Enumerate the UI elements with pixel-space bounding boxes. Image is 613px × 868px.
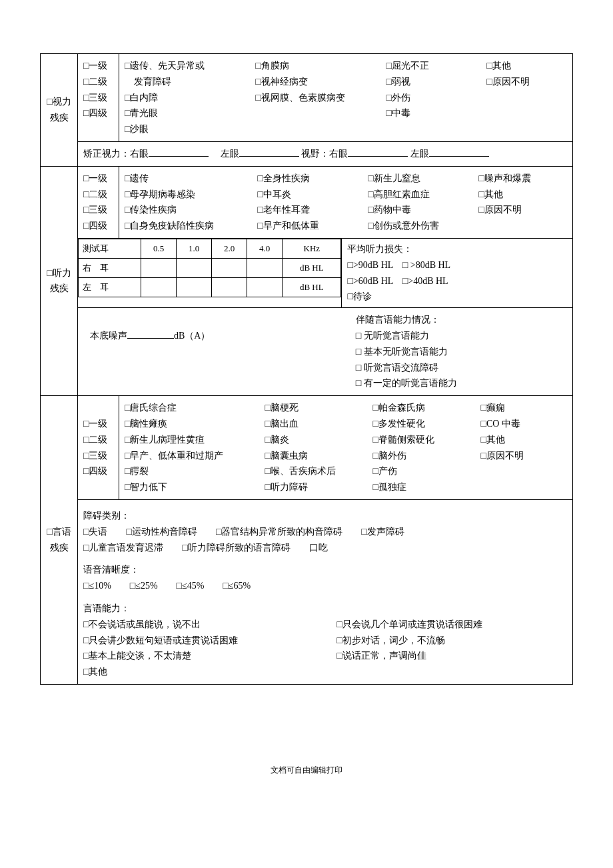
lang-opt[interactable]: □ 有一定的听觉言语能力 bbox=[356, 375, 567, 391]
vision-cause[interactable]: □弱视 bbox=[386, 74, 486, 90]
hearing-cause[interactable]: □药物中毒 bbox=[368, 202, 478, 218]
speech-cause[interactable]: □多发性硬化 bbox=[372, 416, 480, 432]
vision-cause[interactable]: □遗传、先天异常或 bbox=[125, 58, 255, 74]
l-05-input[interactable] bbox=[141, 278, 177, 297]
barrier-line1[interactable]: □失语 □运动性构音障碍 □器官结构异常所致的构音障碍 □发声障碍 bbox=[83, 524, 567, 540]
right-eye-field-input[interactable] bbox=[348, 147, 408, 157]
left-eye-label: 左眼 bbox=[221, 149, 239, 159]
hearing-cause[interactable]: □其他 bbox=[478, 187, 567, 203]
left-eye-field-input[interactable] bbox=[429, 147, 489, 157]
hearing-cause[interactable]: □创伤或意外伤害 bbox=[368, 218, 478, 234]
l-40-input[interactable] bbox=[247, 278, 283, 297]
avg-loss-opts-2[interactable]: □>60dB HL □>40dB HL bbox=[347, 273, 567, 289]
lang-ability-title: 伴随言语能力情况： bbox=[356, 312, 567, 328]
barrier-line2[interactable]: □儿童言语发育迟滞 □听力障碍所致的语言障碍 口吃 bbox=[83, 540, 567, 556]
speech-cause[interactable]: □新生儿病理性黄疸 bbox=[125, 432, 265, 448]
speech-cause[interactable]: □其他 bbox=[480, 432, 567, 448]
hearing-cause[interactable]: □早产和低体重 bbox=[257, 218, 368, 234]
hearing-cause[interactable]: □高胆红素血症 bbox=[368, 187, 478, 203]
speech-cause[interactable]: □原因不明 bbox=[480, 448, 567, 464]
vision-level-3[interactable]: □三级 bbox=[83, 90, 113, 106]
hearing-cause[interactable]: □原因不明 bbox=[478, 202, 567, 218]
speech-cause[interactable]: □脑囊虫病 bbox=[265, 448, 373, 464]
vision-cause[interactable]: □原因不明 bbox=[486, 74, 567, 90]
ability-opt[interactable]: □其他 bbox=[83, 664, 336, 680]
hearing-cause[interactable]: □传染性疾病 bbox=[125, 202, 257, 218]
vision-cause[interactable]: □视网膜、色素膜病变 bbox=[255, 90, 386, 106]
hearing-cause[interactable]: □噪声和爆震 bbox=[478, 171, 567, 187]
speech-cause[interactable]: □脑炎 bbox=[265, 432, 373, 448]
hearing-section-label: □听力 残疾 bbox=[41, 166, 78, 395]
speech-cause[interactable]: □脑外伤 bbox=[372, 448, 480, 464]
ability-opt[interactable]: □初步对话，词少，不流畅 bbox=[336, 633, 567, 649]
speech-cause[interactable]: □脑梗死 bbox=[265, 400, 373, 416]
vision-level-2[interactable]: □二级 bbox=[83, 74, 113, 90]
lang-opt[interactable]: □ 无听觉言语能力 bbox=[356, 328, 567, 344]
r-40-input[interactable] bbox=[247, 259, 283, 278]
speech-cause[interactable]: □听力障碍 bbox=[265, 479, 373, 495]
hearing-cause[interactable]: □老年性耳聋 bbox=[257, 202, 368, 218]
hearing-level-4[interactable]: □四级 bbox=[83, 218, 113, 234]
ability-opt[interactable]: □只会讲少数短句短语或连贯说话困难 bbox=[83, 633, 336, 649]
left-eye-acuity-input[interactable] bbox=[239, 147, 299, 157]
avg-loss-opts-1[interactable]: □>90dB HL □ >80dB HL bbox=[347, 257, 567, 273]
r-05-input[interactable] bbox=[141, 259, 177, 278]
vision-level-4[interactable]: □四级 bbox=[83, 105, 113, 121]
vision-cause[interactable]: □角膜病 bbox=[255, 58, 386, 74]
ability-opt[interactable]: □只会说几个单词或连贯说话很困难 bbox=[336, 617, 567, 633]
hearing-cause[interactable]: □新生儿窒息 bbox=[368, 171, 478, 187]
speech-cause[interactable]: □腭裂 bbox=[125, 463, 265, 479]
l-20-input[interactable] bbox=[212, 278, 247, 297]
speech-level-1[interactable]: □一级 bbox=[83, 416, 113, 432]
ability-opt[interactable]: □不会说话或虽能说，说不出 bbox=[83, 617, 336, 633]
speech-cause[interactable]: □帕金森氏病 bbox=[372, 400, 480, 416]
speech-level-3[interactable]: □三级 bbox=[83, 448, 113, 464]
ability-opt[interactable]: □基本上能交谈，不太清楚 bbox=[83, 648, 336, 664]
ability-title: 言语能力： bbox=[83, 601, 567, 617]
speech-cause[interactable]: □早产、低体重和过期产 bbox=[125, 448, 265, 464]
r-20-input[interactable] bbox=[212, 259, 247, 278]
vision-cause[interactable]: □青光眼 bbox=[125, 105, 255, 121]
vision-cause[interactable]: □屈光不正 bbox=[386, 58, 486, 74]
clarity-opts[interactable]: □≤10% □≤25% □≤45% □≤65% bbox=[83, 578, 567, 594]
page-footer: 文档可自由编辑打印 bbox=[40, 765, 573, 776]
speech-level-4[interactable]: □四级 bbox=[83, 463, 113, 479]
right-eye-acuity-input[interactable] bbox=[149, 147, 209, 157]
speech-cause[interactable]: □智力低下 bbox=[125, 479, 265, 495]
speech-cause[interactable]: □喉、舌疾病术后 bbox=[265, 463, 373, 479]
hearing-level-2[interactable]: □二级 bbox=[83, 187, 113, 203]
pending-diag[interactable]: □待诊 bbox=[347, 289, 567, 305]
avg-loss-title: 平均听力损失： bbox=[347, 241, 567, 257]
vision-cause[interactable]: □白内障 bbox=[125, 90, 255, 106]
hearing-level-1[interactable]: □一级 bbox=[83, 171, 113, 187]
vision-cause[interactable]: □视神经病变 bbox=[255, 74, 386, 90]
vision-cause[interactable]: □中毒 bbox=[386, 105, 486, 121]
vision-cause[interactable]: □其他 bbox=[486, 58, 567, 74]
noise-input[interactable] bbox=[127, 329, 174, 339]
vision-cause: 发育障碍 bbox=[125, 74, 255, 90]
hearing-level-3[interactable]: □三级 bbox=[83, 202, 113, 218]
speech-cause[interactable]: □CO 中毒 bbox=[480, 416, 567, 432]
speech-cause[interactable]: □脑出血 bbox=[265, 416, 373, 432]
speech-cause[interactable]: □唐氏综合症 bbox=[125, 400, 265, 416]
left-eye-label2: 左眼 bbox=[410, 149, 429, 159]
speech-cause[interactable]: □产伤 bbox=[372, 463, 480, 479]
lang-opt[interactable]: □ 基本无听觉言语能力 bbox=[356, 344, 567, 360]
l-10-input[interactable] bbox=[177, 278, 212, 297]
speech-cause[interactable]: □脑性瘫痪 bbox=[125, 416, 265, 432]
hearing-cause[interactable]: □自身免疫缺陷性疾病 bbox=[125, 218, 257, 234]
lang-opt[interactable]: □ 听觉言语交流障碍 bbox=[356, 360, 567, 376]
hearing-cause[interactable]: □中耳炎 bbox=[257, 187, 368, 203]
speech-cause[interactable]: □癫痫 bbox=[480, 400, 567, 416]
r-10-input[interactable] bbox=[177, 259, 212, 278]
ability-opt[interactable]: □说话正常，声调尚佳 bbox=[336, 648, 567, 664]
hearing-cause[interactable]: □全身性疾病 bbox=[257, 171, 368, 187]
hearing-cause[interactable]: □母孕期病毒感染 bbox=[125, 187, 257, 203]
vision-cause[interactable]: □外伤 bbox=[386, 90, 486, 106]
speech-cause[interactable]: □脊髓侧索硬化 bbox=[372, 432, 480, 448]
hearing-cause[interactable]: □遗传 bbox=[125, 171, 257, 187]
vision-level-1[interactable]: □一级 bbox=[83, 58, 113, 74]
speech-cause[interactable]: □孤独症 bbox=[372, 479, 480, 495]
vision-cause[interactable]: □沙眼 bbox=[125, 121, 255, 137]
speech-level-2[interactable]: □二级 bbox=[83, 432, 113, 448]
